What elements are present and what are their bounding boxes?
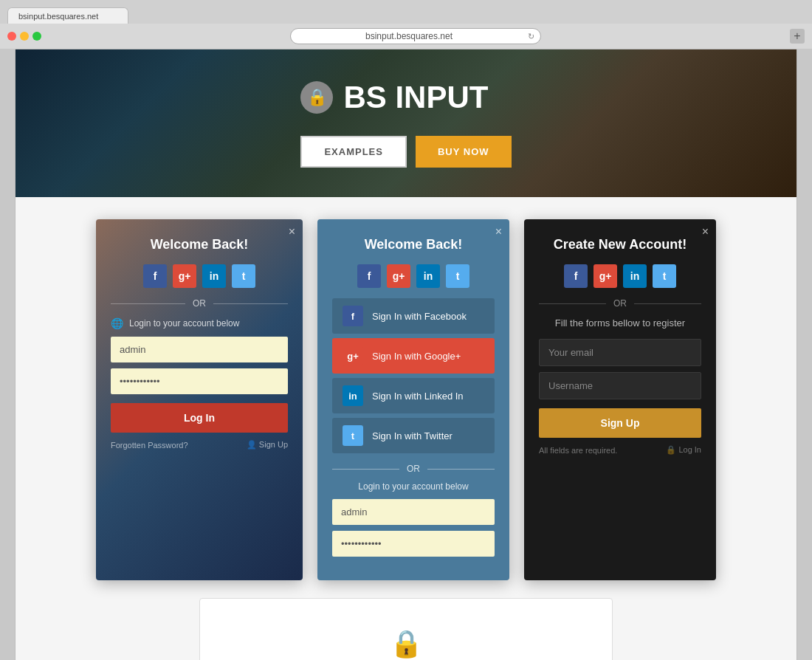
examples-button[interactable]: EXAMPLES bbox=[300, 136, 407, 168]
panel2-linkedin-icon[interactable]: in bbox=[416, 264, 440, 288]
panel3-login-link[interactable]: 🔒 Log In bbox=[666, 445, 701, 455]
panel2-login-label: Login to your account below bbox=[332, 481, 495, 492]
panel1-login-button[interactable]: Log In bbox=[111, 403, 288, 433]
login-panel-2: × Welcome Back! f g+ in t bbox=[317, 219, 509, 580]
hero-lock-icon: 🔒 bbox=[300, 81, 333, 114]
panel2-linkedin-button[interactable]: in Sign In with Linked In bbox=[332, 378, 495, 413]
panel1-social-icons: f g+ in t bbox=[111, 264, 288, 288]
refresh-icon[interactable]: ↻ bbox=[528, 32, 534, 41]
panel2-facebook-icon[interactable]: f bbox=[357, 264, 381, 288]
gp-icon: g+ bbox=[179, 270, 191, 282]
locked-section: 🔒 This post content is available for log… bbox=[199, 598, 613, 660]
panel1-login-label: 🌐 Login to your account below bbox=[111, 317, 288, 329]
panel3-facebook-button[interactable]: f bbox=[564, 264, 588, 288]
panel1-username-input[interactable] bbox=[111, 337, 288, 362]
register-panel-3: × Create New Account! f g+ in t bbox=[524, 219, 716, 580]
panel1-linkedin-button[interactable]: in bbox=[202, 264, 226, 288]
panel3-username-input[interactable] bbox=[539, 372, 701, 399]
locked-lock-icon: 🔒 bbox=[215, 628, 597, 659]
panel2-social-icons: f g+ in t bbox=[332, 264, 495, 288]
p3-gp-icon: g+ bbox=[599, 270, 612, 282]
p3-li-icon: in bbox=[630, 270, 639, 282]
p2-tw-wide-icon: t bbox=[343, 425, 363, 446]
panel2-twitter-button[interactable]: t Sign In with Twitter bbox=[332, 418, 495, 453]
panel3-fill-forms-text: Fill the forms bellow to register bbox=[539, 317, 701, 329]
forgotten-password-link[interactable]: Forgotten Password? bbox=[111, 441, 188, 450]
hero-title: 🔒 BS INPUT bbox=[300, 80, 511, 115]
panel2-google-icon[interactable]: g+ bbox=[387, 264, 410, 288]
p3-lock-icon: 🔒 bbox=[666, 445, 678, 454]
panel2-google-button[interactable]: g+ Sign In with Google+ bbox=[332, 338, 495, 374]
globe-icon: 🌐 bbox=[111, 317, 123, 329]
panel2-close-button[interactable]: × bbox=[495, 225, 502, 238]
tw-icon: t bbox=[242, 270, 246, 282]
hero-section: 🔒 BS INPUT EXAMPLES BUY NOW bbox=[16, 49, 796, 197]
panel2-password-input[interactable] bbox=[332, 531, 495, 557]
panel1-signup-link[interactable]: 👤 Sign Up bbox=[247, 440, 288, 450]
panel1-facebook-button[interactable]: f bbox=[143, 264, 167, 288]
fb-icon: f bbox=[154, 270, 157, 282]
panel3-footer: All fields are required. 🔒 Log In bbox=[539, 445, 701, 455]
panel2-username-input[interactable] bbox=[332, 499, 495, 525]
user-icon: 👤 bbox=[247, 440, 259, 449]
panel1-close-button[interactable]: × bbox=[289, 225, 295, 238]
new-tab-button[interactable]: + bbox=[790, 29, 805, 44]
p2-li-icon: in bbox=[424, 270, 433, 282]
address-bar[interactable]: bsinput.besquares.net ↻ bbox=[290, 28, 541, 44]
panel3-close-button[interactable]: × bbox=[702, 225, 709, 238]
panel3-linkedin-button[interactable]: in bbox=[623, 264, 647, 288]
content-area: × Welcome Back! f g+ in t bbox=[16, 197, 796, 660]
p3-tw-icon: t bbox=[663, 270, 667, 282]
panel2-twitter-icon[interactable]: t bbox=[446, 264, 469, 288]
panel1-twitter-button[interactable]: t bbox=[232, 264, 255, 288]
panel3-required-note: All fields are required. bbox=[539, 446, 617, 455]
panel3-signup-button[interactable]: Sign Up bbox=[539, 408, 701, 438]
browser-toolbar: bsinput.besquares.net ↻ + bbox=[0, 24, 812, 49]
panel3-social-icons: f g+ in t bbox=[539, 264, 701, 288]
address-wrap: bsinput.besquares.net ↻ bbox=[47, 28, 784, 44]
p3-fb-icon: f bbox=[574, 270, 578, 282]
panel3-twitter-button[interactable]: t bbox=[653, 264, 676, 288]
nav-dots bbox=[7, 32, 41, 41]
p2-gp-wide-icon: g+ bbox=[343, 346, 363, 366]
dot-minimize[interactable] bbox=[20, 32, 29, 41]
browser-window: 🔒 BS INPUT EXAMPLES BUY NOW × Welcome Ba… bbox=[15, 49, 797, 660]
panel3-google-button[interactable]: g+ bbox=[593, 264, 617, 288]
dot-maximize[interactable] bbox=[32, 32, 41, 41]
panel2-facebook-button[interactable]: f Sign In with Facebook bbox=[332, 298, 495, 334]
panel3-title: Create New Account! bbox=[539, 237, 701, 252]
p2-gp-icon: g+ bbox=[393, 270, 405, 282]
buy-now-button[interactable]: BUY NOW bbox=[416, 136, 512, 168]
p2-li-wide-icon: in bbox=[343, 385, 363, 406]
panel1-google-button[interactable]: g+ bbox=[173, 264, 196, 288]
panel2-or-divider: OR bbox=[332, 464, 495, 474]
modals-row: × Welcome Back! f g+ in t bbox=[45, 219, 767, 580]
panel1-footer: Forgotten Password? 👤 Sign Up bbox=[111, 440, 288, 450]
address-text: bsinput.besquares.net bbox=[365, 31, 453, 41]
panel3-or-divider: OR bbox=[539, 298, 701, 309]
hero-title-text: BS INPUT bbox=[343, 80, 488, 115]
browser-tab-bar: bsinput.besquares.net bbox=[0, 0, 812, 24]
panel1-or-divider: OR bbox=[111, 298, 288, 309]
panel2-title: Welcome Back! bbox=[332, 237, 495, 252]
tab-url: bsinput.besquares.net bbox=[18, 12, 98, 21]
panel1-title: Welcome Back! bbox=[111, 237, 288, 252]
p2-fb-icon: f bbox=[368, 270, 371, 282]
panel1-password-input[interactable] bbox=[111, 368, 288, 394]
hero-buttons: EXAMPLES BUY NOW bbox=[300, 136, 511, 168]
panel3-email-input[interactable] bbox=[539, 339, 701, 366]
p2-fb-wide-icon: f bbox=[343, 306, 363, 326]
p2-tw-icon: t bbox=[456, 270, 460, 282]
dot-close[interactable] bbox=[7, 32, 16, 41]
li-icon: in bbox=[210, 270, 219, 282]
hero-content: 🔒 BS INPUT EXAMPLES BUY NOW bbox=[300, 80, 511, 168]
login-panel-1: × Welcome Back! f g+ in t bbox=[96, 219, 303, 580]
browser-tab[interactable]: bsinput.besquares.net bbox=[7, 7, 128, 24]
